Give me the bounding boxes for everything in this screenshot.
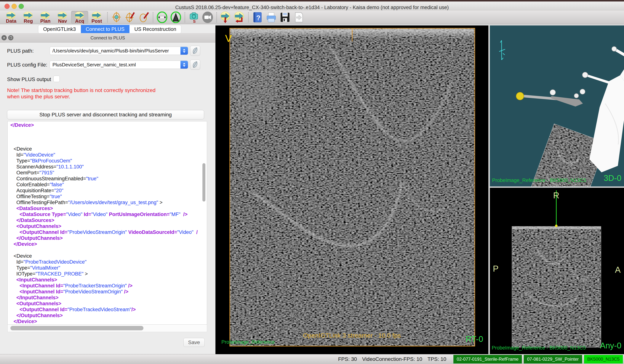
module-button-plan[interactable]: Plan [37,11,54,24]
svg-text:?: ? [256,14,260,22]
import-return-arrow-icon [234,11,245,23]
module-label: Data [6,19,16,23]
printer-icon [266,12,277,23]
target-pen-icon [125,12,136,23]
xml-line: </DataSources> [8,217,207,223]
view-3d[interactable]: ProbeImage_Reference - BK5000_N13C5 3D-0 [490,25,624,187]
save-screenshot-button[interactable] [278,11,292,24]
probe-image-label: ProbeImage_Reference [221,339,275,345]
probe-streaming-button[interactable] [169,11,183,24]
status-badge: 02-077-0191_Sterile-RefFrame [453,355,522,364]
plus-config-value: PlusDeviceSet_Server_namic_test.xml [50,62,181,68]
view-any[interactable]: R P A ProbeImage_Reference - BK5000_N13C… [490,188,624,354]
realtime-us-view[interactable]: V OpenIGTLink 3 streamer - 10.0 fps Prob… [215,25,488,354]
module-button-acq[interactable]: Acq [71,11,88,24]
camera-icon: S [188,12,199,23]
xml-line [8,128,207,134]
xml-line [8,134,207,140]
screenshot-button[interactable]: S [187,11,201,24]
plus-path-stepper[interactable] [181,47,188,55]
module-label: Nav [58,19,67,23]
tab-bar: OpenIGTLink3Connect to PLUSUS Reconstruc… [38,25,181,33]
plus-config-stepper[interactable] [181,61,188,69]
chevron-up-icon [183,63,185,64]
xml-line: OemPort="7915" [8,170,207,176]
workflow-modules: DataRegPlanNavAcqPost [3,11,105,24]
plus-config-browse-button[interactable] [190,60,200,70]
show-plus-output-checkbox[interactable] [53,76,60,82]
plus-config-xml-editor[interactable]: </Device> <DeviceId="VideoDevice"Type="B… [7,121,207,325]
center-target-icon [111,12,122,23]
tab-openigtlink3[interactable]: OpenIGTLink3 [38,25,81,33]
note-line-1: Note! The start/stop tracking button is … [7,87,156,93]
set-center-button[interactable] [123,11,137,24]
xml-line: <OutputChannels> [8,301,207,307]
import-data-button[interactable] [219,11,233,24]
stop-plus-server-button[interactable]: Stop PLUS server and disconnect tracking… [7,110,204,119]
xml-line: IOType="TRACKED_PROBE" > [8,271,207,277]
xml-horizontal-scroll-thumb[interactable] [10,326,143,330]
view-corner-label-rt0: RT-0 [466,335,483,344]
draw-point-button[interactable] [137,11,151,24]
xml-horizontal-scrollbar[interactable] [7,325,207,332]
view-corner-label-any0: Any-0 [600,341,621,350]
center-view-button[interactable] [110,11,123,24]
xml-line: <Device [8,146,207,152]
panel-title: Connect to PLUS [0,35,215,41]
tab-connect-to-plus[interactable]: Connect to PLUS [81,25,130,33]
import-session-button[interactable] [233,11,246,24]
xml-line: <InputChannel Id="ProbeTrackerStreamOrig… [8,283,207,289]
module-label: Acq [75,19,84,23]
print-button[interactable] [264,11,278,24]
xml-line [8,140,207,146]
tab-us-reconstruction[interactable]: US Reconstruction [130,25,181,33]
xml-content: </Device> <DeviceId="VideoDevice"Type="B… [8,121,207,324]
plus-config-combo[interactable]: PlusDeviceSet_Server_namic_test.xml [50,61,188,69]
3d-scene [490,25,624,187]
module-button-nav[interactable]: Nav [54,11,71,24]
stat-text: TPS: 10 [428,356,446,362]
xml-line [8,247,207,253]
xml-line: <DataSources> [8,205,207,211]
status-badge: BK5000_N13C5 [584,355,623,364]
module-button-data[interactable]: Data [3,11,20,24]
xml-line: Id="VideoDevice" [8,152,207,158]
probe-image-label: ProbeImage_Reference - BK5000_N13C5 [492,177,586,183]
xml-line: OfflineTesting="true" [8,194,207,199]
probe-image-label: ProbeImage_Reference - BK5000_N13C5 [492,345,586,351]
us-image [215,25,488,354]
xml-vertical-scroll-thumb[interactable] [202,163,205,201]
module-button-post[interactable]: Post [88,11,105,24]
xml-line: Id="ProbeTrackedVideoDevice" [8,259,207,265]
plus-path-combo[interactable]: /Users/olevs/dev/plus_namic/PlusB-bin/bi… [50,47,188,55]
plus-path-value: /Users/olevs/dev/plus_namic/PlusB-bin/bi… [50,48,181,54]
plus-config-label: PLUS config File: [7,62,47,68]
app-window: CustusS 2018.06.25-dev+feature_CX-340-sw… [0,0,624,364]
tracker-reference-icon [156,12,168,23]
xml-vertical-scrollbar[interactable] [202,121,206,324]
browse-file-icon [192,61,198,68]
plus-path-browse-button[interactable] [190,46,200,56]
module-button-reg[interactable]: Reg [20,11,37,24]
quit-button[interactable] [292,11,306,24]
window-title: CustusS 2018.06.25-dev+feature_CX-340-sw… [0,5,624,10]
exit-document-icon [293,12,304,23]
xml-line: <InputChannels> [8,277,207,283]
chevron-down-icon [183,65,185,67]
orientation-label-p: P [493,264,499,274]
xml-line: <InputChannel Id="ProbeVideoStreamOrigin… [8,289,207,295]
record-button[interactable] [201,11,214,24]
floppy-save-icon [280,12,290,23]
main-toolbar: DataRegPlanNavAcqPost [0,11,624,24]
stat-text: VideoConnection-FPS: 10 [362,356,422,362]
toolbar-separator [153,12,153,22]
save-button[interactable]: Save [183,338,205,347]
tracking-toggle-button[interactable] [155,11,169,24]
screen-edge-strip [0,0,624,1]
view-corner-label-3d0: 3D-0 [604,173,621,183]
orientation-label-r: R [553,190,559,200]
import-arrow-icon [220,11,231,23]
toolbar-separator [248,12,249,22]
help-button[interactable]: ? [251,11,264,24]
xml-line: AcquisitionRate="20" [8,188,207,194]
